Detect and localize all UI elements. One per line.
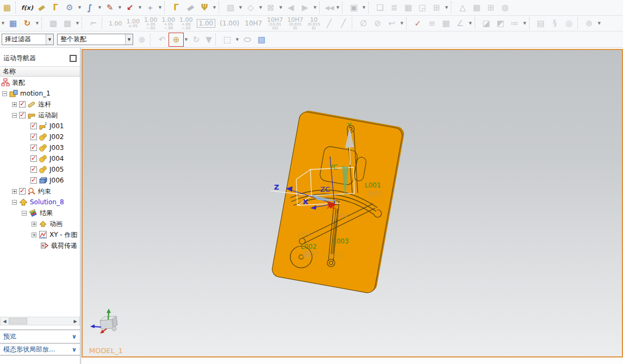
collapse-icon[interactable]: − (12, 113, 17, 118)
table-triangle-icon[interactable]: ▦ (470, 1, 484, 14)
dim-plain[interactable]: 1.00 (107, 21, 124, 27)
checkbox-checked[interactable] (30, 145, 37, 151)
gear-sketch-icon[interactable]: ▧ (223, 1, 238, 14)
expand-icon[interactable]: + (12, 102, 17, 107)
dim-fit[interactable]: 10H7 (242, 20, 265, 27)
collapse-icon[interactable]: − (12, 200, 17, 205)
sweep-brush-icon[interactable]: ⊛ (582, 17, 596, 30)
cube-stack2-icon[interactable]: ▩ (60, 17, 74, 30)
gear-pair-icon[interactable]: ⚙ (63, 1, 77, 14)
tire-icon[interactable]: ◎ (562, 17, 576, 30)
tag-search-icon[interactable]: ◇ (244, 1, 258, 14)
force-vector-icon[interactable]: ↙ (123, 1, 137, 14)
column-header[interactable]: 名称 (0, 66, 80, 77)
tree-item-j002[interactable]: J002 (0, 131, 80, 142)
rotate-filter-icon[interactable]: ↻ (189, 33, 203, 46)
mouse-mode-icon[interactable]: ⬭ (240, 33, 254, 46)
combo-arrow-icon[interactable]: ▼ (125, 34, 133, 45)
dropdown-arrow-icon[interactable]: ▼ (97, 1, 103, 14)
dropdown-arrow-icon[interactable]: ▼ (596, 17, 602, 30)
tree-item-solution-8[interactable]: −Solution_8 (0, 197, 80, 208)
collapse-icon[interactable]: − (22, 211, 27, 216)
checkbox-checked[interactable] (19, 112, 26, 118)
section-modal-shape[interactable]: 模态形状局部放... ∨ (0, 343, 80, 356)
tree-item-load-transfer[interactable]: 载荷传递 (0, 240, 80, 251)
tree-item-j001[interactable]: 1J001 (0, 121, 80, 131)
tree-item-links[interactable]: +连杆 (0, 99, 80, 110)
checkbox-checked[interactable] (30, 123, 37, 129)
dim-fit-1[interactable]: 10H7(10.0110) (265, 17, 285, 30)
tree-item-results[interactable]: −结果 (0, 208, 80, 218)
checkbox-checked[interactable] (30, 166, 37, 173)
expression-fx-icon[interactable]: f(x) (20, 1, 34, 14)
scrollbar-thumb[interactable] (9, 318, 27, 324)
gear-sheet-icon[interactable]: ◍ (498, 1, 512, 14)
sheet-stack-icon[interactable]: ≣ (387, 1, 401, 14)
dropdown-arrow-icon[interactable]: ▼ (234, 33, 240, 46)
checkbox-checked[interactable] (19, 101, 26, 108)
diameter-slash-icon[interactable]: ⊘ (371, 17, 385, 30)
diameter-icon[interactable]: ∅ (357, 17, 371, 30)
sheet-plus-icon[interactable]: ⊞ (484, 1, 498, 14)
schematic-tree-icon[interactable]: ⊞ (429, 1, 444, 14)
bushing-icon[interactable]: ▤ (534, 17, 548, 30)
tree-item-joints[interactable]: −运动副 (0, 110, 80, 121)
combo-arrow-icon[interactable]: ▼ (46, 34, 53, 45)
assembly-filter-icon[interactable]: ⊕ (135, 33, 149, 46)
tree-item-j006[interactable]: J006 (0, 175, 80, 186)
cube-stack-icon[interactable]: ▩ (46, 17, 60, 30)
chevron-down-icon[interactable]: ∨ (72, 333, 77, 340)
section-a-icon[interactable]: ◪ (479, 17, 494, 30)
type-filter-select[interactable]: 择过滤器▼ (2, 34, 54, 45)
checkbox-checked[interactable] (19, 188, 26, 194)
dim-tol-1[interactable]: 1.00+.05−.02 (142, 17, 160, 30)
sheet-zoom-icon[interactable]: ◲ (415, 1, 429, 14)
dropdown-arrow-icon[interactable]: ▼ (238, 1, 244, 14)
spring-icon[interactable]: ∫ (83, 1, 97, 14)
grid-check-icon[interactable]: ▦ (6, 17, 20, 30)
rotate-cube-icon[interactable]: ↻ (20, 17, 34, 30)
lasso-rect-icon[interactable]: ⬚ (220, 33, 234, 46)
section-preview[interactable]: 预览 ∨ (0, 329, 80, 342)
filter-stack-icon[interactable]: ▼ (203, 33, 214, 46)
return-arrow-icon[interactable]: ↩ (385, 17, 399, 30)
dim-boxed[interactable]: 1.00 (197, 19, 216, 28)
scroll-left-icon[interactable]: ◀ (1, 317, 9, 325)
shaded-view-icon[interactable]: ▧ (254, 33, 269, 46)
spring-gray-icon[interactable]: § (548, 17, 562, 30)
dim-fit-2[interactable]: 10H7(0.0150) (285, 17, 306, 30)
back-icon[interactable]: ◀ (284, 1, 298, 14)
checkbox-checked[interactable] (30, 177, 37, 184)
collapse-icon[interactable]: − (2, 91, 7, 96)
dropdown-arrow-icon[interactable]: ▼ (211, 1, 217, 14)
dropdown-arrow-icon[interactable]: ▼ (522, 17, 528, 30)
dropdown-arrow-icon[interactable]: ▼ (361, 1, 367, 14)
dropdown-arrow-icon[interactable]: ▼ (258, 1, 264, 14)
tree-item-constraints[interactable]: +约束 (0, 186, 80, 197)
radius-leader-icon[interactable]: ╱ (322, 17, 337, 30)
tree-item-xy-graph[interactable]: +XY - 作图 (0, 229, 80, 240)
tree-item-j004[interactable]: J004 (0, 153, 80, 164)
snap-point-icon[interactable]: ⊕ (169, 33, 183, 46)
verify-check-icon[interactable]: ✓ (411, 17, 425, 30)
dropdown-arrow-icon[interactable]: ▼ (0, 17, 6, 30)
expand-icon[interactable]: + (32, 222, 36, 227)
structure-list-icon[interactable]: ≡ (425, 17, 439, 30)
expand-icon[interactable]: + (32, 233, 36, 237)
dim-tol-2[interactable]: 1.00+.05−.00 (160, 17, 178, 30)
checkbox-checked[interactable] (30, 155, 37, 162)
csys-axes-icon[interactable]: ∠ (453, 17, 468, 30)
datum-csys-icon[interactable]: ▦ (0, 1, 14, 14)
horizontal-scrollbar[interactable]: ◀ ▶ (0, 317, 80, 325)
tree-item-j005[interactable]: J005 (0, 164, 80, 175)
scroll-right-icon[interactable]: ▶ (71, 317, 79, 325)
checkbox-checked[interactable] (30, 134, 37, 140)
graphics-viewport[interactable]: YYCZCXCZXL001J003J004J001L002J002L003J00… (82, 49, 623, 357)
dropdown-arrow-icon[interactable]: ▼ (34, 17, 40, 30)
joint-driver-icon[interactable]: Γ (169, 1, 183, 14)
dropdown-arrow-icon[interactable]: ▼ (444, 1, 450, 14)
damper-icon[interactable]: ✎ (103, 1, 117, 14)
reset-filter-icon[interactable]: ↶ (155, 33, 169, 46)
measure-icon[interactable]: ⊠ (264, 1, 278, 14)
dropdown-arrow-icon[interactable]: ▼ (335, 1, 341, 14)
